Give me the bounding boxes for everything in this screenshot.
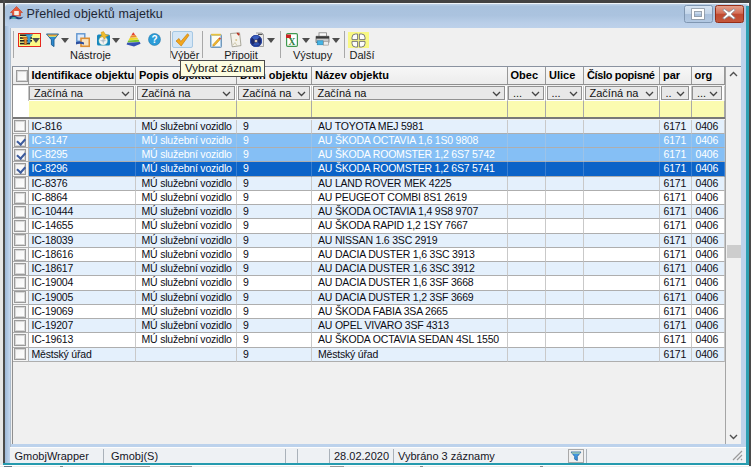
svg-text:?: ? [151, 34, 157, 45]
svg-text:X: X [289, 37, 296, 47]
